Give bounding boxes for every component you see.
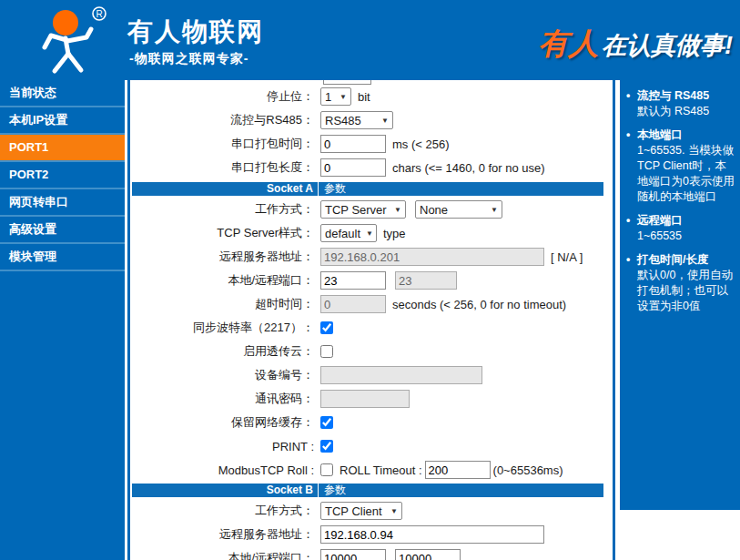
- port1-settings-form: 停止位： 1 ▼ bit 流控与RS485： RS485 ▼ 串口打包时间： m…: [130, 80, 613, 560]
- pack-time-label: 串口打包时间：: [130, 136, 314, 152]
- socka-work-mode-select[interactable]: TCP Server ▼: [320, 200, 406, 219]
- socket-b-title: Socket B: [132, 484, 319, 497]
- socka-timeout-label: 超时时间：: [130, 296, 314, 312]
- row-print: PRINT :: [130, 434, 613, 458]
- socka-server-style-select[interactable]: default ▼: [320, 224, 377, 242]
- socket-a-params-label: 参数: [319, 182, 346, 196]
- help-title: 远程端口: [637, 214, 683, 227]
- help-item-local-port: • 本地端口 1~65535. 当模块做TCP Client时，本地端口为0表示…: [626, 127, 735, 205]
- keep-buffer-checkbox[interactable]: [320, 416, 333, 429]
- stop-bits-unit: bit: [358, 90, 370, 104]
- socka-server-style-label: TCP Server样式：: [130, 225, 314, 241]
- sidebar-item-advanced[interactable]: 高级设置: [0, 217, 125, 244]
- sidebar-item-port2[interactable]: PORT2: [0, 162, 125, 189]
- chevron-down-icon: ▼: [394, 206, 401, 214]
- socka-ports-label: 本地/远程端口：: [130, 272, 314, 289]
- socka-work-mode-label: 工作方式：: [130, 201, 314, 218]
- socka-local-port-input[interactable]: [320, 271, 386, 290]
- device-id-input: [320, 366, 482, 384]
- help-title: 打包时间/长度: [637, 253, 708, 266]
- brand-subtitle: -物联网之联网专家-: [129, 51, 248, 67]
- keep-buffer-label: 保留网络缓存：: [130, 414, 314, 431]
- logo-head: [53, 10, 78, 36]
- socka-timeout-input: [320, 295, 386, 313]
- bullet-icon: •: [626, 213, 637, 244]
- chevron-down-icon: ▼: [381, 117, 389, 125]
- stop-bits-label: 停止位：: [130, 88, 314, 105]
- socka-mix-mode-select[interactable]: None ▼: [415, 200, 502, 219]
- print-checkbox[interactable]: [320, 440, 333, 453]
- row-socka-ports: 本地/远程端口：: [130, 269, 613, 292]
- help-panel: • 流控与 RS485 默认为 RS485 • 本地端口 1~65535. 当模…: [620, 80, 740, 510]
- row-sockb-work-mode: 工作方式： TCP Client ▼: [130, 499, 613, 523]
- cloud-checkbox[interactable]: [320, 345, 333, 358]
- socket-a-section-header: Socket A 参数: [132, 182, 603, 196]
- pack-length-label: 串口打包长度：: [130, 159, 314, 176]
- content-right-border: [613, 80, 615, 560]
- print-label: PRINT :: [130, 440, 314, 453]
- help-body: 默认0/0，使用自动打包机制；也可以设置为非0值: [637, 269, 733, 312]
- row-comm-password: 通讯密码：: [130, 387, 613, 411]
- row-sockb-remote-addr: 远程服务器地址：: [130, 523, 613, 546]
- socka-remote-addr-label: 远程服务器地址：: [130, 249, 314, 265]
- socka-remote-addr-na: [ N/A ]: [551, 250, 583, 264]
- socka-server-style-hint: type: [383, 227, 406, 240]
- flow-control-select[interactable]: RS485 ▼: [320, 111, 393, 129]
- sync-baud-checkbox[interactable]: [320, 321, 333, 334]
- help-item-pack-time: • 打包时间/长度 默认0/0，使用自动打包机制；也可以设置为非0值: [626, 252, 735, 314]
- slogan: 有人 在认真做事!: [538, 24, 733, 65]
- bullet-icon: •: [626, 127, 637, 205]
- help-body: 默认为 RS485: [637, 105, 709, 117]
- top-header: R 有人物联网 -物联网之联网专家- 有人 在认真做事!: [0, 0, 740, 80]
- slogan-accent: 有人: [538, 26, 598, 60]
- sockb-work-mode-label: 工作方式：: [130, 503, 314, 519]
- cloud-label: 启用透传云：: [130, 343, 314, 360]
- socket-a-title: Socket A: [132, 182, 319, 196]
- socket-b-params-label: 参数: [319, 484, 346, 497]
- row-pack-length: 串口打包长度： chars (<= 1460, 0 for no use): [130, 156, 613, 179]
- comm-password-input: [320, 390, 410, 408]
- roll-timeout-hint: (0~65536ms): [493, 463, 563, 477]
- chevron-down-icon: ▼: [366, 229, 373, 238]
- sync-baud-label: 同步波特率（2217）：: [130, 320, 314, 336]
- sockb-local-port-input[interactable]: [320, 549, 386, 560]
- brand-title: 有人物联网: [127, 15, 264, 49]
- row-cloud: 启用透传云：: [130, 340, 613, 363]
- sidebar-item-local-ip[interactable]: 本机IP设置: [0, 107, 125, 135]
- pack-length-hint: chars (<= 1460, 0 for no use): [392, 161, 545, 175]
- modbus-roll-checkbox[interactable]: [320, 463, 333, 476]
- comm-password-label: 通讯密码：: [130, 391, 314, 407]
- socka-timeout-hint: seconds (< 256, 0 for no timeout): [392, 298, 566, 311]
- sockb-remote-port-input[interactable]: [395, 549, 461, 560]
- row-sync-baud: 同步波特率（2217）：: [130, 316, 613, 340]
- row-socka-work-mode: 工作方式： TCP Server ▼ None ▼: [130, 198, 613, 221]
- sidebar-item-current-status[interactable]: 当前状态: [0, 80, 125, 107]
- row-stop-bits: 停止位： 1 ▼ bit: [130, 85, 613, 108]
- sidebar-item-port1[interactable]: PORT1: [0, 135, 125, 162]
- sidebar-item-module-mgmt[interactable]: 模块管理: [0, 244, 125, 271]
- pack-length-input[interactable]: [320, 158, 386, 177]
- row-flow-control: 流控与RS485： RS485 ▼: [130, 108, 613, 132]
- pack-time-input[interactable]: [320, 135, 386, 153]
- stop-bits-select[interactable]: 1 ▼: [320, 87, 351, 106]
- row-device-id: 设备编号：: [130, 363, 613, 387]
- roll-timeout-input[interactable]: [425, 461, 491, 479]
- row-pack-time: 串口打包时间： ms (< 256): [130, 132, 613, 156]
- row-modbus-roll: ModbusTCP Roll : ROLL Timeout : (0~65536…: [130, 458, 613, 482]
- sidebar-item-web-to-serial[interactable]: 网页转串口: [0, 189, 125, 217]
- sockb-remote-addr-input[interactable]: [320, 525, 544, 544]
- chevron-down-icon: ▼: [491, 206, 498, 214]
- chevron-down-icon: ▼: [390, 507, 398, 515]
- bullet-icon: •: [626, 252, 637, 314]
- sockb-work-mode-select[interactable]: TCP Client ▼: [320, 502, 402, 520]
- modbus-roll-label: ModbusTCP Roll :: [130, 463, 314, 477]
- slogan-rest: 在认真做事!: [602, 32, 733, 59]
- nav-sidebar: 当前状态 本机IP设置 PORT1 PORT2 网页转串口 高级设置 模块管理: [0, 80, 125, 560]
- row-sockb-ports: 本地/远程端口：: [130, 546, 613, 560]
- chevron-down-icon: ▼: [340, 93, 347, 101]
- sockb-remote-addr-label: 远程服务器地址：: [130, 526, 314, 543]
- row-socka-server-style: TCP Server样式： default ▼ type: [130, 221, 613, 245]
- roll-timeout-label: ROLL Timeout :: [340, 463, 422, 477]
- help-title: 流控与 RS485: [637, 89, 709, 102]
- registered-mark: R: [96, 9, 102, 19]
